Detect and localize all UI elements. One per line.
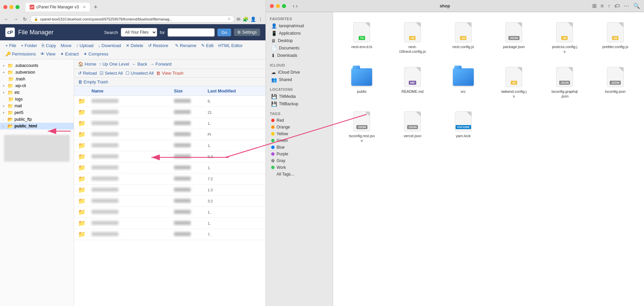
finder-tag-blue[interactable]: Blue	[267, 144, 331, 151]
finder-file-item[interactable]: JS tailwind.config.js	[492, 64, 536, 102]
finder-sidebar-item-downloads[interactable]: ⬇ Downloads	[267, 52, 331, 59]
sidebar-item-subversion[interactable]: + 📁 .subversion	[0, 69, 74, 76]
table-row[interactable]: 📁 9,S	[74, 151, 265, 162]
table-row[interactable]: 📁 7,	[74, 229, 265, 240]
finder-sidebar-item-shared[interactable]: 👥 Shared	[267, 76, 331, 83]
finder-close-button[interactable]	[270, 4, 274, 8]
finder-file-item[interactable]: JS postcss.config.js	[543, 19, 587, 57]
fm-go-button[interactable]: Go	[217, 29, 231, 36]
finder-minimize-button[interactable]	[276, 4, 280, 8]
finder-sidebar-item-tmbackup[interactable]: 💾 TMBackup	[267, 100, 331, 108]
finder-sidebar-item-user[interactable]: 👤 tareqmahmud	[267, 22, 331, 30]
table-row[interactable]: 📁 7:2	[74, 174, 265, 185]
table-row[interactable]: 📁 1,	[74, 162, 265, 174]
profile-icon[interactable]: 👤	[250, 16, 256, 22]
sidebar-item-logs[interactable]: 📁 logs	[0, 96, 74, 103]
forward-button[interactable]: → Forward	[150, 62, 171, 67]
edit-button[interactable]: ✎ Edit	[200, 42, 215, 49]
finder-file-item[interactable]: JSON vercel.json	[391, 108, 435, 146]
table-row[interactable]: 📁 1,	[74, 218, 265, 229]
finder-tag-all-tags...[interactable]: All Tags...	[267, 171, 331, 178]
finder-file-item[interactable]: JS next.config.js	[441, 19, 485, 57]
restore-button[interactable]: ↺ Restore	[147, 42, 170, 49]
home-button[interactable]: 🏠 Home	[78, 62, 96, 67]
finder-view-options[interactable]: ⊞	[592, 3, 597, 9]
col-name[interactable]: Name	[92, 88, 174, 93]
finder-tag-icon[interactable]: 🏷	[614, 3, 620, 9]
unselect-all-button[interactable]: ☐ Unselect All	[126, 71, 154, 76]
finder-file-item[interactable]: MD README.md	[391, 64, 435, 102]
fm-settings-button[interactable]: ⚙ Settings	[234, 29, 260, 36]
address-bar[interactable]: 🔒 cpanel-box5310.bluehost.com/cpsess6975…	[30, 15, 235, 23]
maximize-button[interactable]	[15, 5, 20, 9]
empty-trash-button[interactable]: 🗑 Empty Trash	[78, 79, 108, 84]
finder-file-item[interactable]: JS next-i18next.config.js	[391, 19, 435, 57]
finder-file-item[interactable]: JSON tsconfig.json	[593, 64, 637, 102]
finder-file-item[interactable]: JSON package.json	[492, 19, 536, 57]
forward-nav-button[interactable]: →	[12, 16, 20, 23]
new-folder-button[interactable]: + Folder	[20, 42, 38, 49]
move-button[interactable]: Move	[60, 42, 73, 49]
browser-tab[interactable]: cP cPanel File Manager v3 ✕	[26, 3, 90, 11]
download-button[interactable]: ↓ Download	[97, 42, 122, 49]
finder-tag-gray[interactable]: Gray	[267, 157, 331, 164]
finder-tag-yellow[interactable]: Yellow	[267, 130, 331, 137]
sidebar-item-wpcli[interactable]: + 📁 .wp-cli	[0, 82, 74, 89]
finder-tag-red[interactable]: Red	[267, 117, 331, 124]
finder-sidebar-item-desktop[interactable]: 🖥 Desktop	[267, 37, 331, 44]
delete-button[interactable]: ✕ Delete	[124, 42, 145, 49]
finder-tag-orange[interactable]: Orange	[267, 124, 331, 130]
table-row[interactable]: 📁 21.	[74, 107, 265, 118]
html-editor-button[interactable]: HTML Editor	[217, 42, 244, 49]
table-row[interactable]: 📁 1,	[74, 118, 265, 129]
finder-file-item[interactable]: JSON tsconfig.rest.json	[340, 108, 384, 146]
bookmark-icon[interactable]: ☆	[227, 17, 231, 21]
finder-file-item[interactable]: src	[441, 64, 485, 102]
reload-button[interactable]: ↺ Reload	[78, 71, 97, 76]
finder-sort-icon[interactable]: ≡	[601, 3, 604, 9]
table-row[interactable]: 📁 1:3	[74, 185, 265, 196]
extensions-icon[interactable]: 🧩	[243, 16, 248, 22]
back-nav-button[interactable]: ←	[3, 16, 10, 23]
table-row[interactable]: 📁 1,	[74, 207, 265, 218]
fm-search-input[interactable]	[168, 28, 215, 37]
sidebar-item-publicftp[interactable]: - 📂 public_ftp	[0, 116, 74, 123]
view-button[interactable]: 👁 View	[39, 51, 57, 57]
col-size[interactable]: Size	[174, 88, 208, 93]
table-row[interactable]: 📁 Pl	[74, 129, 265, 140]
tab-close-icon[interactable]: ✕	[83, 5, 86, 9]
mail-icon[interactable]: ✉	[237, 16, 241, 22]
sidebar-item-mail[interactable]: + 📁 mail	[0, 103, 74, 109]
up-level-button[interactable]: ↑ Up One Level	[99, 62, 129, 67]
finder-file-item[interactable]: public	[340, 64, 384, 102]
sidebar-item-etc[interactable]: + 📁 etc	[0, 89, 74, 96]
finder-tag-purple[interactable]: Purple	[267, 151, 331, 157]
compress-button[interactable]: ✦ Compress	[82, 51, 110, 57]
minimize-button[interactable]	[9, 5, 13, 9]
sidebar-item-publichtml[interactable]: - 📂 public_html	[0, 123, 74, 129]
copy-button[interactable]: ⎘ Copy	[40, 42, 57, 49]
back-button[interactable]: ← Back	[132, 62, 147, 67]
finder-tag-work[interactable]: Work	[267, 164, 331, 171]
finder-search-icon[interactable]: 🔍	[633, 3, 640, 9]
reload-nav-button[interactable]: ↻	[22, 16, 28, 23]
fm-search-select[interactable]: All Your Files	[121, 28, 157, 37]
sidebar-item-trash[interactable]: 📁 .trash	[0, 76, 74, 82]
table-row[interactable]: 📁 3:2	[74, 196, 265, 207]
sidebar-item-perl5[interactable]: + 📁 perl5	[0, 109, 74, 116]
close-button[interactable]	[3, 5, 7, 9]
new-tab-button[interactable]: +	[94, 4, 98, 11]
finder-sidebar-item-documents[interactable]: 📄 Documents	[267, 44, 331, 52]
menu-icon[interactable]: ⋮	[258, 16, 263, 22]
upload-button[interactable]: ↑ Upload	[75, 42, 95, 49]
finder-more-icon[interactable]: ⋯	[624, 3, 629, 9]
finder-tag-green[interactable]: Green	[267, 137, 331, 144]
finder-maximize-button[interactable]	[282, 4, 286, 8]
finder-sidebar-item-icloud-drive[interactable]: ☁ iCloud Drive	[267, 69, 331, 76]
finder-forward-button[interactable]: ›	[296, 3, 297, 9]
finder-file-item[interactable]: JS prettier.config.js	[593, 19, 637, 57]
sidebar-item-subaccounts[interactable]: + 📁 .subaccounts	[0, 62, 74, 69]
extract-button[interactable]: ✦ Extract	[59, 51, 80, 57]
rename-button[interactable]: ✎ Rename	[174, 42, 198, 49]
new-file-button[interactable]: + File	[4, 42, 17, 49]
